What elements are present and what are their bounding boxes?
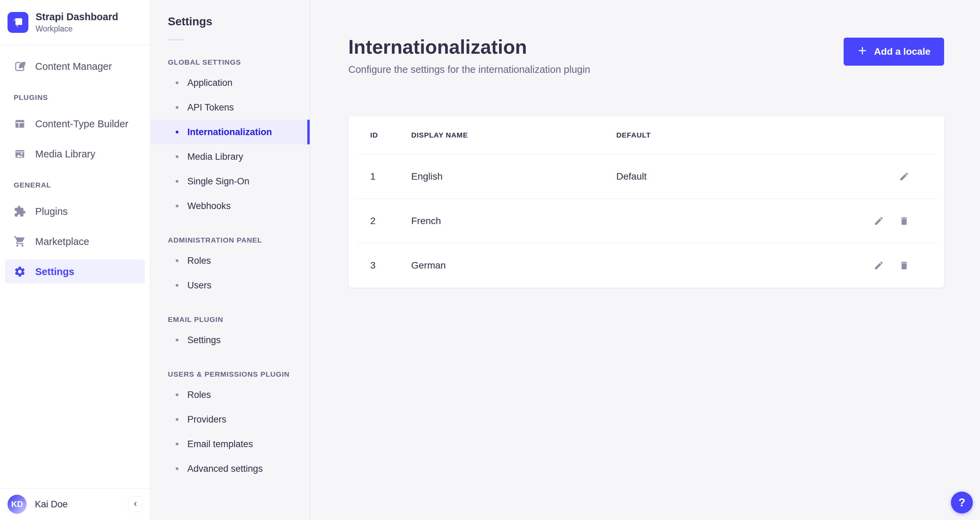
subnav-item-label: Email templates <box>187 439 253 450</box>
workspace-switcher[interactable]: Strapi Dashboard Workplace <box>0 0 150 45</box>
strapi-logo-icon <box>8 12 29 33</box>
subnav-item-email-settings[interactable]: Settings <box>150 328 310 353</box>
delete-locale-button[interactable] <box>899 260 909 271</box>
column-header-id: ID <box>370 131 411 139</box>
table-row: 3 German <box>356 243 936 288</box>
sidebar-item-plugins[interactable]: Plugins <box>5 199 145 223</box>
sidebar-item-label: Media Library <box>35 148 95 160</box>
cell-display-name: English <box>411 171 616 182</box>
subnav-item-label: Providers <box>187 414 226 425</box>
subnav-item-internationalization[interactable]: Internationalization <box>150 120 310 144</box>
trash-icon <box>899 260 909 271</box>
brand-workspace: Workplace <box>35 24 118 33</box>
sidebar-item-label: Settings <box>35 266 74 278</box>
pencil-icon <box>874 216 884 226</box>
subnav-item-up-email-templates[interactable]: Email templates <box>150 432 310 456</box>
bullet-icon <box>176 393 178 396</box>
sidebar-item-label: Marketplace <box>35 236 89 247</box>
sidebar-item-settings[interactable]: Settings <box>5 260 145 284</box>
add-locale-label: Add a locale <box>874 46 931 57</box>
bullet-icon <box>176 106 178 109</box>
edit-locale-button[interactable] <box>899 171 909 182</box>
subnav-item-label: Single Sign-On <box>187 176 250 187</box>
bullet-icon <box>176 259 178 262</box>
sidebar-footer: KD Kai Doe <box>0 488 150 520</box>
sidebar-item-label: Plugins <box>35 206 68 217</box>
row-actions <box>874 216 936 226</box>
sidebar-item-media-library[interactable]: Media Library <box>5 142 145 166</box>
edit-locale-button[interactable] <box>874 216 884 226</box>
subnav-section-administration-panel: ADMINISTRATION PANEL <box>168 236 310 244</box>
row-actions <box>874 260 936 271</box>
subnav-item-label: API Tokens <box>187 102 234 113</box>
bullet-icon <box>176 131 178 133</box>
brand-title: Strapi Dashboard <box>35 11 118 22</box>
subnav-item-up-roles[interactable]: Roles <box>150 383 310 407</box>
bullet-icon <box>176 155 178 158</box>
bullet-icon <box>176 339 178 341</box>
subnav-section-users-permissions: USERS & PERMISSIONS PLUGIN <box>168 370 310 378</box>
sidebar-item-label: Content-Type Builder <box>35 118 128 130</box>
subnav-item-media-library[interactable]: Media Library <box>150 144 310 169</box>
subnav-section-global-settings: GLOBAL SETTINGS <box>168 58 310 66</box>
subnav-item-webhooks[interactable]: Webhooks <box>150 194 310 218</box>
subnav-item-admin-roles[interactable]: Roles <box>150 248 310 273</box>
subnav-item-label: Media Library <box>187 152 243 162</box>
sidebar-item-content-type-builder[interactable]: Content-Type Builder <box>5 112 145 136</box>
cell-id: 3 <box>370 260 411 271</box>
pencil-icon <box>899 171 909 182</box>
page-subtitle: Configure the settings for the internati… <box>348 64 590 75</box>
cell-id: 1 <box>370 171 411 182</box>
subnav-item-api-tokens[interactable]: API Tokens <box>150 95 310 120</box>
user-name: Kai Doe <box>35 499 68 510</box>
chevron-left-icon <box>132 501 139 508</box>
subnav-item-label: Settings <box>187 335 221 346</box>
settings-subnav: Settings GLOBAL SETTINGS Application API… <box>150 0 310 520</box>
help-button[interactable]: ? <box>951 491 973 514</box>
column-header-default: DEFAULT <box>616 131 936 139</box>
subnav-section-email-plugin: EMAIL PLUGIN <box>168 316 310 324</box>
table-header-row: ID DISPLAY NAME DEFAULT <box>356 116 936 154</box>
sidebar-section-plugins: PLUGINS <box>14 93 145 102</box>
subnav-item-up-providers[interactable]: Providers <box>150 407 310 432</box>
sidebar-nav: Content Manager PLUGINS Content-Type Bui… <box>0 45 150 290</box>
subnav-item-single-sign-on[interactable]: Single Sign-On <box>150 169 310 194</box>
user-avatar[interactable]: KD <box>8 494 27 514</box>
table-row: 1 English Default <box>356 154 936 199</box>
subnav-item-admin-users[interactable]: Users <box>150 273 310 298</box>
bullet-icon <box>176 180 178 183</box>
column-header-display-name: DISPLAY NAME <box>411 131 616 139</box>
subnav-item-up-advanced-settings[interactable]: Advanced settings <box>150 456 310 481</box>
sidebar-section-general: GENERAL <box>14 181 145 189</box>
edit-locale-button[interactable] <box>874 260 884 271</box>
main-sidebar: Strapi Dashboard Workplace Content Manag… <box>0 0 150 520</box>
subnav-title-rule <box>168 39 185 40</box>
row-actions <box>899 171 936 182</box>
bullet-icon <box>176 81 178 84</box>
layout-grid-icon <box>14 118 26 130</box>
add-locale-button[interactable]: Add a locale <box>843 38 944 66</box>
subnav-item-label: Application <box>187 78 232 88</box>
puzzle-icon <box>14 205 26 218</box>
bullet-icon <box>176 443 178 445</box>
subnav-item-label: Users <box>187 280 212 291</box>
locales-table-card: ID DISPLAY NAME DEFAULT 1 English Defaul… <box>348 116 944 288</box>
subnav-title: Settings <box>168 15 310 28</box>
compose-feather-icon <box>14 60 26 73</box>
cell-default: Default <box>616 171 899 182</box>
subnav-item-application[interactable]: Application <box>150 70 310 95</box>
shopping-cart-icon <box>14 235 26 248</box>
bullet-icon <box>176 467 178 470</box>
sidebar-item-marketplace[interactable]: Marketplace <box>5 230 145 254</box>
main-content: Internationalization Configure the setti… <box>310 0 980 520</box>
delete-locale-button[interactable] <box>899 216 909 226</box>
table-row: 2 French <box>356 199 936 243</box>
picture-icon <box>14 148 26 160</box>
cell-id: 2 <box>370 215 411 227</box>
cell-display-name: German <box>411 260 616 271</box>
sidebar-item-label: Content Manager <box>35 61 112 72</box>
sidebar-item-content-manager[interactable]: Content Manager <box>5 54 145 78</box>
cell-display-name: French <box>411 215 616 227</box>
bullet-icon <box>176 204 178 207</box>
collapse-sidebar-button[interactable] <box>128 496 143 512</box>
